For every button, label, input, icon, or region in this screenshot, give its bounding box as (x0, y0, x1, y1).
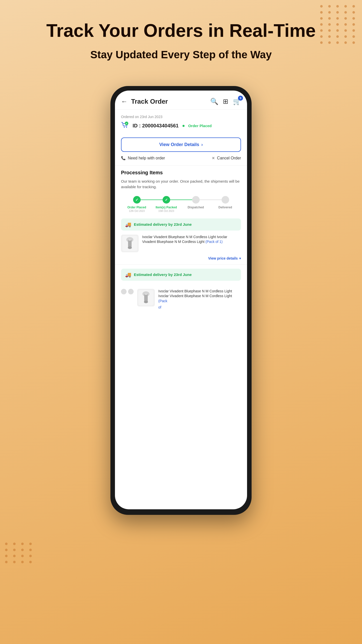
step-dot-b (128, 289, 134, 294)
decorative-dots-bottom-left (5, 543, 34, 563)
product-pack-2: (Pack (158, 299, 167, 303)
delivery-banner-1: 🚚 Estimated delivery by 23rd June (121, 218, 241, 231)
product-name-1: Ivoclar Vivadent Bluephase N M Cordless … (142, 235, 241, 244)
truck-icon-1: 🚚 (125, 221, 131, 228)
step-items-packed: ✓ Item(s) Packed 15th Oct 2023 (152, 196, 181, 212)
chevron-down-icon: ▾ (239, 256, 241, 260)
svg-point-1 (126, 127, 127, 128)
product-pack-1: (Pack of 1) (205, 240, 223, 244)
checkmark-2: ✓ (165, 198, 168, 202)
header-section: Track Your Orders in Real-Time Stay Upda… (0, 0, 362, 76)
order-id: ID : 2000043404561 (133, 123, 178, 129)
delivery-banner-2: 🚚 Estimated delivery by 23rd June (121, 269, 241, 281)
step-date-1: 12th Oct 2023 (129, 210, 145, 212)
view-details-label: View Order Details (159, 142, 199, 147)
svg-point-11 (144, 301, 148, 303)
product-info-2: Ivoclar Vivadent Bluephase N M Cordless … (158, 289, 241, 309)
step-date-2: 15th Oct 2023 (158, 210, 174, 212)
back-button[interactable]: ← (121, 98, 128, 105)
action-row: 📞 Need help with order ✕ Cancel Order (115, 156, 247, 165)
phone-icon: 📞 (121, 156, 126, 160)
order-info: Ordered on 23rd Jun 2023 ID : 2000043404… (115, 110, 247, 137)
help-label: Need help with order (128, 156, 165, 160)
product-pack-suffix: of (158, 305, 241, 309)
step-dot-a (121, 289, 127, 294)
phone-screen: ← Track Order 🔍 ⊞ 🛒 9 Ordere (115, 91, 247, 509)
chevron-right-icon: › (201, 142, 203, 147)
svg-point-0 (124, 127, 125, 128)
order-id-row: ID : 2000043404561 Order Placed (121, 121, 241, 130)
view-price-button[interactable]: View price details ▾ (115, 256, 247, 260)
status-dot (183, 125, 185, 127)
cancel-label: Cancel Order (217, 156, 241, 160)
divider (115, 165, 247, 166)
cart-button[interactable]: 🛒 9 (233, 98, 241, 105)
grid-button[interactable]: ⊞ (223, 98, 228, 105)
step-circle-2: ✓ (163, 196, 170, 204)
decorative-dots-top-right (320, 5, 357, 44)
main-title: Track Your Orders in Real-Time (0, 20, 362, 41)
progress-tracker: ✓ Order Placed 12th Oct 2023 ✓ Item(s) P… (121, 196, 241, 212)
second-delivery-section: 🚚 Estimated delivery by 23rd June (115, 269, 247, 281)
delivery-text-1: Estimated delivery by 23rd June (134, 222, 192, 227)
cart-check-icon (121, 121, 130, 130)
step-order-placed: ✓ Order Placed 12th Oct 2023 (122, 196, 152, 212)
processing-section: Processing Items Our team is working on … (115, 170, 247, 231)
app-header: ← Track Order 🔍 ⊞ 🛒 9 (115, 91, 247, 110)
view-price-label: View price details (208, 256, 238, 260)
divider-2 (115, 264, 247, 265)
step-label-2: Item(s) Packed (156, 206, 177, 209)
product-item-2: Ivoclar Vivadent Bluephase N M Cordless … (115, 285, 247, 309)
step-label-4: Delivered (218, 206, 232, 209)
svg-rect-12 (145, 293, 147, 295)
checkmark-1: ✓ (135, 198, 138, 202)
step-circle-1: ✓ (133, 196, 141, 204)
svg-point-6 (128, 246, 132, 249)
product-image-1 (121, 235, 139, 252)
phone-outer: ← Track Order 🔍 ⊞ 🛒 9 Ordere (110, 86, 252, 515)
order-date: Ordered on 23rd Jun 2023 (121, 115, 241, 119)
search-button[interactable]: 🔍 (210, 98, 218, 105)
step-label-1: Order Placed (127, 206, 146, 209)
sub-title: Stay Updated Every Step of the Way (0, 49, 362, 61)
phone-container: ← Track Order 🔍 ⊞ 🛒 9 Ordere (0, 86, 362, 515)
header-icons: 🔍 ⊞ 🛒 9 (210, 98, 241, 105)
truck-icon-2: 🚚 (125, 272, 131, 278)
product-name-2: Ivoclar Vivadent Bluephase N M Cordless … (158, 289, 241, 304)
processing-title: Processing Items (121, 170, 241, 176)
step-label-3: Dispatched (188, 206, 204, 209)
grid-icon: ⊞ (223, 98, 228, 105)
cart-badge: 9 (238, 96, 243, 101)
step-circle-3 (192, 196, 200, 204)
product-image-2 (137, 289, 155, 306)
view-order-details-button[interactable]: View Order Details › (121, 137, 241, 152)
order-status: Order Placed (188, 124, 212, 128)
step-indicators-2 (121, 289, 134, 294)
step-dispatched: Dispatched (181, 196, 210, 209)
product-item-1: Ivoclar Vivadent Bluephase N M Cordless … (115, 235, 247, 256)
processing-description: Our team is working on your order. Once … (121, 179, 241, 190)
search-icon: 🔍 (210, 98, 218, 105)
step-delivered: Delivered (210, 196, 240, 209)
x-icon: ✕ (212, 156, 215, 160)
product-info-1: Ivoclar Vivadent Bluephase N M Cordless … (142, 235, 241, 246)
cancel-order-button[interactable]: ✕ Cancel Order (212, 156, 241, 160)
delivery-text-2: Estimated delivery by 23rd June (134, 272, 192, 277)
help-button[interactable]: 📞 Need help with order (121, 156, 165, 160)
step-circle-4 (222, 196, 229, 204)
svg-rect-7 (129, 239, 131, 241)
app-title: Track Order (131, 98, 210, 105)
